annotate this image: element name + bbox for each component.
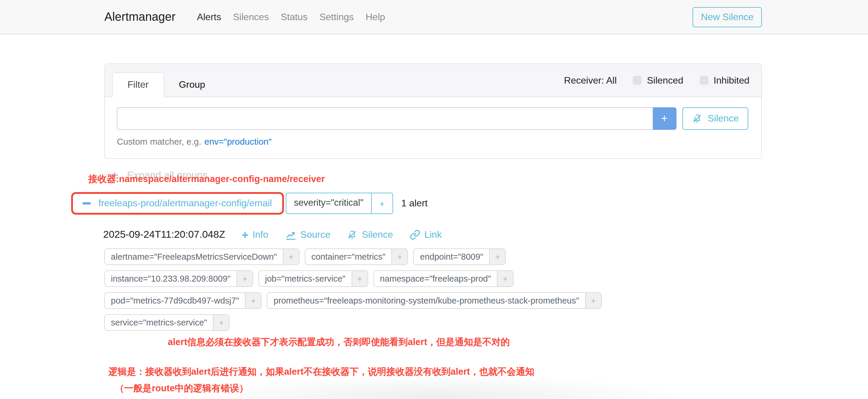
filter-options: Receiver: All Silenced Inhibited [564, 75, 749, 86]
main-content: Filter Group Receiver: All Silenced Inhi… [0, 63, 868, 395]
matcher-helper: Custom matcher, e.g.env="production" [117, 136, 748, 147]
alert-label-add-button[interactable]: + [585, 293, 601, 308]
alert-label-chip: container="metrics" + [305, 248, 408, 265]
group-matcher-text: severity="critical" [286, 193, 371, 213]
annotation-alert-note: alert信息必须在接收器下才表示配置成功，否则即使能看到alert，但是通知是… [168, 336, 510, 348]
group-alert-count: 1 alert [401, 198, 428, 209]
alert-label-chip: prometheus="freeleaps-monitoring-system/… [267, 292, 602, 309]
inhibited-checkbox-group[interactable]: Inhibited [699, 75, 749, 86]
alert-label-chip: service="metrics-service" + [104, 314, 230, 331]
chart-line-icon [285, 229, 296, 240]
alert-label-add-button[interactable]: + [283, 249, 299, 265]
silence-filter-button[interactable]: Silence [682, 107, 748, 130]
inhibited-checkbox[interactable] [699, 76, 708, 85]
inhibited-checkbox-label: Inhibited [714, 75, 749, 86]
collapse-minus-icon [83, 202, 91, 205]
alert-label-add-button[interactable]: + [489, 249, 505, 265]
alert-silence-link[interactable]: Silence [347, 229, 393, 240]
silence-filter-label: Silence [708, 113, 739, 124]
alert-label-chip: pod="metrics-77d9cdb497-wdsj7" + [104, 292, 262, 309]
alert-link-label: Link [424, 229, 442, 240]
alert-label-text: instance="10.233.98.209:8009" [105, 271, 237, 286]
silenced-checkbox[interactable] [632, 76, 642, 85]
app-brand[interactable]: Alertmanager [104, 10, 176, 24]
alert-label-text: namespace="freeleaps-prod" [374, 271, 497, 286]
alert-permalink[interactable]: Link [409, 229, 442, 240]
bell-slash-icon [692, 113, 702, 124]
nav-item-silences[interactable]: Silences [227, 7, 275, 27]
alert-label-chip: alertname="FreeleapsMetricsServiceDown" … [104, 248, 300, 265]
top-navbar: Alertmanager Alerts Silences Status Sett… [0, 0, 868, 34]
matcher-input-row: + Silence [117, 107, 748, 130]
filter-card: Filter Group Receiver: All Silenced Inhi… [104, 63, 762, 159]
nav-links: Alerts Silences Status Settings Help [191, 7, 391, 27]
alert-label-chip: instance="10.233.98.209:8009" + [104, 270, 253, 287]
alert-label-chip: namespace="freeleaps-prod" + [374, 270, 514, 287]
group-receiver-button[interactable]: freeleaps-prod/alertmanager-config/email [75, 196, 280, 211]
alert-label-add-button[interactable]: + [497, 271, 513, 286]
group-matcher-chip: severity="critical" + [285, 193, 393, 214]
alert-label-text: endpoint="8009" [414, 249, 489, 265]
alert-labels: alertname="FreeleapsMetricsServiceDown" … [104, 248, 657, 331]
annotation-logic-note-2: （一般是route中的逻辑有错误） [115, 382, 248, 395]
silenced-checkbox-label: Silenced [647, 75, 683, 86]
alert-label-text: service="metrics-service" [105, 315, 213, 330]
alert-group-row: freeleaps-prod/alertmanager-config/email… [71, 192, 868, 215]
alert-label-add-button[interactable]: + [213, 315, 229, 330]
plus-icon: + [242, 229, 248, 240]
alert-source-label: Source [300, 229, 330, 240]
tab-group[interactable]: Group [164, 73, 220, 97]
red-highlight-box: freeleaps-prod/alertmanager-config/email [71, 192, 284, 215]
filter-card-body: + Silence Custom matcher, e.g.env="produ… [105, 97, 761, 158]
alert-label-add-button[interactable]: + [391, 249, 407, 265]
alert-label-add-button[interactable]: + [237, 271, 253, 286]
alertmanager-app: Alertmanager Alerts Silences Status Sett… [0, 0, 868, 399]
alert-label-text: container="metrics" [305, 249, 391, 265]
silenced-checkbox-group[interactable]: Silenced [632, 75, 683, 86]
nav-item-help[interactable]: Help [360, 7, 391, 27]
group-receiver-name: freeleaps-prod/alertmanager-config/email [98, 198, 272, 209]
matcher-helper-text: Custom matcher, e.g. [117, 136, 201, 147]
filter-card-header: Filter Group Receiver: All Silenced Inhi… [105, 64, 761, 97]
alert-timestamp: 2025-09-24T11:20:07.048Z [103, 229, 225, 241]
alert-source-link[interactable]: Source [285, 229, 330, 240]
tab-filter[interactable]: Filter [112, 72, 164, 97]
receiver-filter-label[interactable]: Receiver: All [564, 75, 617, 86]
alert-label-text: prometheus="freeleaps-monitoring-system/… [268, 293, 585, 308]
alert-label-add-button[interactable]: + [351, 271, 367, 286]
matcher-input[interactable] [117, 107, 652, 130]
alert-label-chip: endpoint="8009" + [413, 248, 506, 265]
group-matcher-add-button[interactable]: + [371, 193, 393, 213]
new-silence-button[interactable]: New Silence [692, 7, 762, 27]
add-matcher-button[interactable]: + [652, 107, 676, 130]
alert-label-text: job="metrics-service" [259, 271, 351, 286]
alert-label-text: alertname="FreeleapsMetricsServiceDown" [105, 249, 283, 265]
alert-info-link[interactable]: + Info [242, 229, 268, 240]
annotation-receiver-note: 接收器:namespace/altermanager-config-name/r… [88, 173, 325, 186]
alert-label-text: pod="metrics-77d9cdb497-wdsj7" [105, 293, 245, 308]
bell-slash-icon [347, 229, 358, 240]
alert-label-chip: job="metrics-service" + [258, 270, 368, 287]
alert-silence-label: Silence [362, 229, 393, 240]
nav-item-status[interactable]: Status [275, 7, 314, 27]
nav-item-settings[interactable]: Settings [314, 7, 360, 27]
alert-info-label: Info [253, 229, 268, 240]
alert-label-add-button[interactable]: + [245, 293, 261, 308]
nav-item-alerts[interactable]: Alerts [191, 7, 227, 27]
link-icon [409, 229, 420, 240]
alert-detail-row: 2025-09-24T11:20:07.048Z + Info Source [103, 229, 868, 241]
matcher-example-link[interactable]: env="production" [204, 136, 272, 147]
annotation-logic-note: 逻辑是：接收器收到alert后进行通知，如果alert不在接收器下，说明接收器没… [108, 366, 534, 378]
